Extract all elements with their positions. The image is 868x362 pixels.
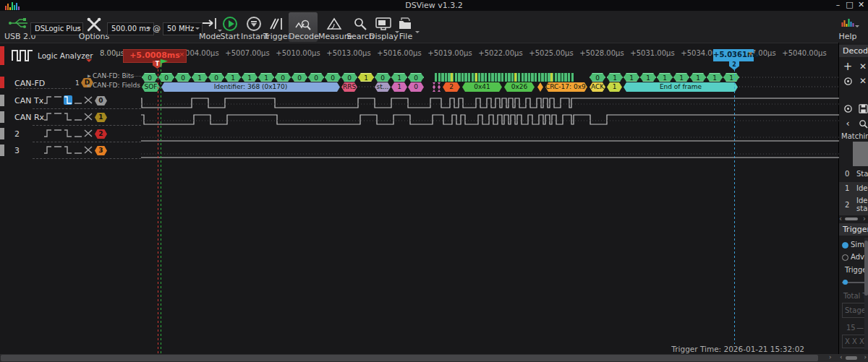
remove-all-decoders-button[interactable]: ✕ [856, 61, 868, 72]
can-field-1: 1 [607, 82, 622, 92]
chevron-down-icon [855, 25, 859, 30]
can-bit: 1 [242, 73, 258, 82]
can-field-ack: ACK [590, 82, 605, 92]
trigger-edge-icon[interactable] [84, 95, 93, 105]
trigger-high-icon[interactable] [54, 145, 62, 155]
trigger-low-icon[interactable] [74, 95, 82, 105]
search-result-button[interactable] [856, 118, 868, 129]
options-button[interactable]: Options [78, 11, 110, 42]
scroll-right-icon[interactable]: › [864, 353, 867, 361]
flag-close-icon[interactable]: × [747, 48, 753, 59]
device-select[interactable]: DSLogic Plus [30, 22, 83, 35]
result-row[interactable]: 2 Iden stan [839, 197, 868, 215]
title-bar[interactable]: DSView v1.3.2 – □ ✕ [0, 0, 868, 11]
decoder-row-label-bits[interactable]: CAN-FD: Bits [93, 72, 134, 79]
add-decoder-button[interactable]: + [841, 61, 854, 72]
can-bit: 1 [723, 73, 739, 82]
protocol-options-button[interactable] [841, 103, 854, 114]
trigger-fall-icon[interactable] [64, 95, 72, 105]
remove-decoder-button[interactable]: ✕ [856, 75, 868, 87]
display-button[interactable]: Display [369, 11, 398, 42]
scrollbar-thumb[interactable] [845, 217, 858, 220]
scrollbar-thumb[interactable] [1, 355, 818, 361]
prev-result-button[interactable]: ‹ [841, 118, 854, 129]
channel-color-block [0, 128, 4, 139]
mode-button[interactable]: Mode [197, 11, 222, 42]
trigger-edge-icon[interactable] [84, 129, 93, 138]
matching-combobox[interactable] [853, 142, 868, 166]
result-row[interactable]: 0 Start [839, 168, 868, 182]
channel-badge[interactable]: 0 [95, 96, 107, 105]
measure-button[interactable]: Measure [318, 11, 350, 42]
dotted-leader [129, 76, 141, 77]
channel-badge[interactable]: 2 [95, 129, 107, 139]
can-field-0: 0 [408, 82, 424, 92]
decoder-options-button[interactable] [841, 75, 854, 87]
cursor-2-flag[interactable]: +5.0361ms × [713, 49, 754, 61]
can-bit: 0 [308, 73, 324, 82]
sample-duration-select[interactable]: 500.00 ms [107, 22, 154, 35]
result-row[interactable]: 1 Iden [839, 182, 868, 197]
trigger-fall-icon[interactable] [64, 129, 72, 138]
file-button[interactable]: File [395, 11, 417, 42]
trigger-time-status: Trigger Time: 2026-01-21 15:32:02 [671, 345, 804, 353]
start-button[interactable]: Start [219, 11, 241, 42]
minimize-button[interactable]: – [833, 0, 843, 10]
trigger-rise-icon[interactable] [43, 95, 52, 105]
flag-close-icon[interactable]: × [179, 49, 184, 60]
start-play-icon [223, 17, 237, 31]
trigger-edge-icon[interactable] [84, 145, 93, 155]
usb-icon [8, 17, 30, 30]
trigger-low-icon[interactable] [74, 145, 82, 155]
can-bit: 0 [175, 73, 191, 82]
trigger-high-icon[interactable] [54, 95, 62, 105]
trigger-high-icon[interactable] [54, 129, 62, 138]
trigger-rise-icon[interactable] [43, 112, 52, 121]
trigger-panel-title[interactable]: Trigger ... [839, 223, 868, 236]
trigger-fall-icon[interactable] [64, 112, 72, 121]
decode-button[interactable]: Decode [289, 12, 318, 42]
trigger-vscrollbar[interactable] [864, 238, 868, 350]
save-button[interactable] [856, 103, 868, 114]
slider-thumb[interactable] [843, 280, 848, 285]
can-bit: 0 [142, 73, 158, 82]
maximize-button[interactable]: □ [844, 0, 855, 10]
scrollbar-thumb[interactable] [846, 356, 857, 360]
scroll-right-icon[interactable]: › [829, 353, 832, 361]
trigger-low-icon[interactable] [74, 129, 82, 138]
decode-flag-icon[interactable] [160, 59, 169, 68]
trigger-button[interactable]: Trigger [263, 11, 289, 42]
sidebar-hscrollbar[interactable]: ‹ › [838, 354, 868, 362]
channel-badge[interactable]: 1 [95, 113, 107, 122]
trigger-rise-icon[interactable] [43, 129, 52, 138]
trigger-fall-icon[interactable] [64, 145, 72, 155]
options-label: Options [78, 32, 110, 41]
wave-hscrollbar[interactable]: › [0, 354, 838, 362]
trigger-low-icon[interactable] [74, 112, 82, 121]
can-field-2: 2 [443, 82, 460, 92]
channel-badge[interactable]: 3 [95, 146, 107, 155]
trigger-high-icon[interactable] [54, 112, 62, 121]
row-expand-arrow-icon[interactable]: ▶ [88, 82, 91, 87]
help-button[interactable]: Help [835, 11, 861, 42]
mode-arrow-icon [201, 17, 218, 31]
decoder-row-label-fields[interactable]: CAN-FD: Fields [93, 82, 140, 89]
sample-rate-select[interactable]: 50 MHz [163, 22, 203, 35]
close-button[interactable]: ✕ [856, 0, 867, 10]
trigger-edge-icon[interactable] [84, 112, 93, 121]
results-hscrollbar[interactable]: ‹ › [839, 216, 868, 223]
help-label: Help [835, 32, 861, 41]
can-field-sliver [438, 82, 441, 92]
matching-label: Matching [841, 132, 868, 140]
can-bit: 1 [358, 73, 374, 82]
can-field-1: 1 [391, 82, 407, 92]
scrollbar-thumb[interactable] [864, 241, 868, 296]
simple-trigger-radio[interactable] [842, 242, 848, 249]
decoders-panel-title[interactable]: Decoders [839, 45, 868, 57]
scroll-left-icon[interactable]: ‹ [840, 353, 843, 361]
advanced-trigger-radio[interactable] [842, 254, 848, 261]
can-bit: 0 [292, 73, 307, 82]
row-expand-arrow-icon[interactable]: ▶ [88, 73, 91, 78]
trigger-rise-icon[interactable] [43, 145, 52, 155]
can-field-crc-17-0x92bd: CRC-17: 0x92bd [545, 82, 587, 92]
